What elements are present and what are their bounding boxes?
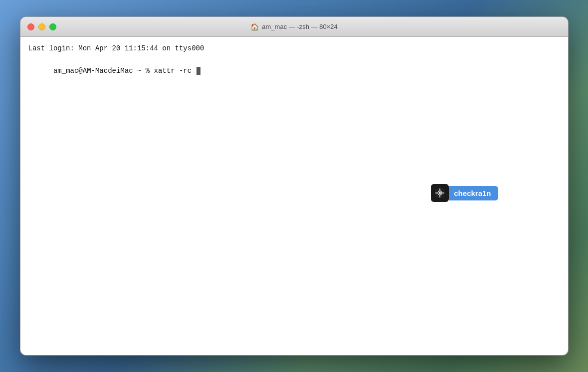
house-icon: 🏠 [250, 23, 259, 31]
terminal-line-1: Last login: Mon Apr 20 11:15:44 on ttys0… [28, 43, 560, 54]
window-title: am_mac — -zsh — 80×24 [262, 23, 337, 30]
checkra1n-label: checkra1n [449, 186, 498, 200]
terminal-cursor [196, 67, 200, 75]
close-button[interactable] [27, 23, 34, 30]
checkra1n-tooltip: checkra1n [431, 184, 498, 202]
minimize-button[interactable] [38, 23, 45, 30]
checkra1n-icon [431, 184, 449, 202]
title-bar-text: 🏠 am_mac — -zsh — 80×24 [250, 23, 337, 31]
traffic-lights [27, 23, 56, 30]
title-bar: 🏠 am_mac — -zsh — 80×24 [20, 17, 568, 37]
svg-point-6 [439, 192, 441, 194]
terminal-window: 🏠 am_mac — -zsh — 80×24 Last login: Mon … [20, 16, 569, 356]
terminal-body[interactable]: Last login: Mon Apr 20 11:15:44 on ttys0… [20, 37, 568, 355]
terminal-line-2: am_mac@AM-MacdeiMac ~ % xattr -rc [28, 54, 560, 87]
maximize-button[interactable] [49, 23, 56, 30]
checkra1n-svg-icon [434, 187, 445, 198]
